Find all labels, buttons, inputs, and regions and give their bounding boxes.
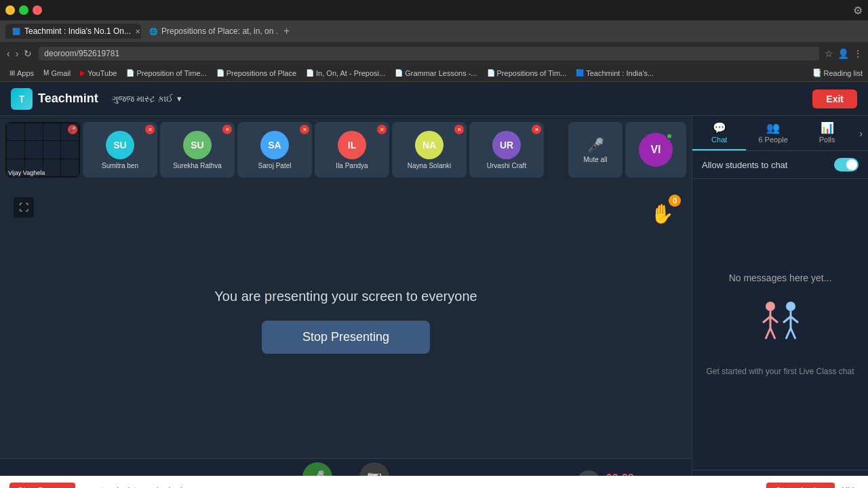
bookmark-gmail[interactable]: M Gmail <box>39 68 75 79</box>
bookmark-prep-tim2[interactable]: 📄 Prepositions of Tim... <box>483 68 571 79</box>
apps-grid-icon: ⊞ <box>9 69 15 77</box>
presenting-screen: ⛶ You are presenting your screen to ever… <box>0 184 692 458</box>
participant-card-ila[interactable]: IL Ila Pandya ✕ <box>315 122 389 178</box>
participant-mic-surekha: ✕ <box>222 125 232 134</box>
bookmark-teachmint[interactable]: 🟦 Teachmint : India's... <box>572 68 658 79</box>
participant-name-urvashi: Urvashi Craft <box>487 162 526 169</box>
svg-line-4 <box>766 328 770 339</box>
reading-list-label: Reading list <box>824 69 863 77</box>
bookmark-prep-time-label: Preposition of Time... <box>136 69 206 77</box>
video-area: Vijay Vaghela 🎤 SU Sumitra ben ✕ SU Sure… <box>0 116 692 488</box>
participant-card-surekha[interactable]: SU Surekha Rathva ✕ <box>160 122 235 178</box>
svg-line-8 <box>783 317 791 323</box>
bookmark-in-on-at-label: In, On, At - Preposi... <box>316 69 385 77</box>
sidebar: 💬 Chat 👥 6 People 📊 Polls › Allow studen… <box>692 116 868 488</box>
collapse-sidebar-button[interactable]: › <box>854 123 868 144</box>
participant-name-nayna: Nayna Solanki <box>408 162 451 169</box>
participant-name-ila: Ila Pandya <box>336 162 368 169</box>
logo-area: T Teachmint <box>11 88 98 110</box>
logo-icon: T <box>11 88 33 110</box>
address-input[interactable] <box>39 47 819 60</box>
tab-chat[interactable]: 💬 Chat <box>692 116 746 150</box>
bookmark-youtube[interactable]: ▶ YouTube <box>76 68 121 79</box>
chat-illustration <box>753 294 808 359</box>
exit-button[interactable]: Exit <box>812 89 857 108</box>
vi-initials: VI <box>650 144 660 156</box>
mute-all-icon: 🎤 <box>587 137 604 153</box>
in-on-at-icon: 📄 <box>306 69 314 77</box>
tab-prepositions[interactable]: 🌐 Prepositions of Place: at, in, on ... … <box>142 24 278 39</box>
participant-card-nayna[interactable]: NA Nayna Solanki ✕ <box>392 122 467 178</box>
maximize-btn[interactable] <box>19 5 28 15</box>
participant-card-vijay[interactable]: Vijay Vaghela 🎤 <box>5 122 80 178</box>
tab-polls[interactable]: 📊 Polls <box>800 116 854 150</box>
profile-icon[interactable]: 👤 <box>837 48 849 59</box>
app-container: T Teachmint ગુજ્જ઼ માસ્ટ઼ ક઼ાઈ ▾ Exit <box>0 82 868 488</box>
toggle-knob <box>846 159 857 170</box>
bookmark-prep-time[interactable]: 📄 Preposition of Time... <box>122 68 210 79</box>
screen-share-bar: Stop Prese... www.teachmint.com is shari… <box>0 476 692 488</box>
close-btn[interactable] <box>33 5 42 15</box>
bookmark-apps-label: Apps <box>17 69 34 77</box>
allow-students-label: Allow students to chat <box>702 160 787 170</box>
hand-raise-count: 0 <box>669 195 681 207</box>
forward-button[interactable]: › <box>14 47 20 60</box>
participant-card-saroj[interactable]: SA Saroj Patel ✕ <box>237 122 312 178</box>
allow-students-toggle[interactable] <box>834 158 859 171</box>
svg-line-3 <box>770 317 778 323</box>
prep-tim2-icon: 📄 <box>487 69 495 77</box>
stop-presenting-bar-button[interactable]: Stop Prese... <box>9 483 75 488</box>
participant-mic-sumitra: ✕ <box>145 125 155 134</box>
class-selector[interactable]: ગુજ્જ઼ માસ્ટ઼ ક઼ાઈ ▾ <box>112 94 182 104</box>
grammar-icon: 📄 <box>395 69 403 77</box>
participant-name-vijay: Vijay Vaghela <box>8 169 45 176</box>
reading-list[interactable]: 📑 Reading list <box>812 68 863 77</box>
expand-button[interactable]: ⛶ <box>14 197 34 218</box>
browser-chrome: ⚙ 🟦 Teachmint : India's No.1 On... ✕ 🌐 P… <box>0 0 868 82</box>
refresh-button[interactable]: ↻ <box>22 47 33 60</box>
tab-teachmint[interactable]: 🟦 Teachmint : India's No.1 On... ✕ <box>5 24 141 39</box>
minimize-btn[interactable] <box>5 5 15 15</box>
tab-close-icon[interactable]: ✕ <box>135 28 140 35</box>
menu-icon[interactable]: ⋮ <box>853 48 863 59</box>
svg-line-9 <box>791 317 798 323</box>
new-tab-button[interactable]: + <box>279 24 294 39</box>
svg-line-11 <box>791 328 795 339</box>
presenting-text: You are presenting your screen to everyo… <box>214 289 477 304</box>
participant-mic-urvashi: ✕ <box>532 125 541 134</box>
mute-all-card[interactable]: 🎤 Mute all <box>568 122 623 178</box>
bookmark-apps[interactable]: ⊞ Apps <box>5 68 38 79</box>
online-dot <box>666 133 673 140</box>
reading-list-icon: 📑 <box>812 68 822 77</box>
hand-raise-indicator[interactable]: ✋ 0 <box>646 197 678 230</box>
title-bar: ⚙ <box>0 0 868 20</box>
prep-place-icon: 📄 <box>216 69 224 77</box>
bookmark-grammar[interactable]: 📄 Grammar Lessons -... <box>391 68 481 79</box>
back-button[interactable]: ‹ <box>5 47 12 60</box>
tab-favicon: 🟦 <box>12 28 20 35</box>
participant-card-sumitra[interactable]: SU Sumitra ben ✕ <box>83 122 157 178</box>
avatar-urvashi: UR <box>492 131 521 159</box>
bookmarks-bar: ⊞ Apps M Gmail ▶ YouTube 📄 Preposition o… <box>0 64 868 82</box>
bookmark-in-on-at[interactable]: 📄 In, On, At - Preposi... <box>302 68 389 79</box>
sidebar-tabs: 💬 Chat 👥 6 People 📊 Polls › <box>692 116 868 151</box>
participant-mic-nayna: ✕ <box>454 125 464 134</box>
chat-hint-text: Get started with your first Live Class c… <box>706 367 854 376</box>
logo-text: Teachmint <box>38 92 98 106</box>
bookmark-star-icon[interactable]: ☆ <box>825 48 833 59</box>
people-tab-label: 6 People <box>758 136 787 144</box>
stop-presenting-button[interactable]: Stop Presenting <box>262 321 430 354</box>
svg-point-0 <box>766 302 775 311</box>
participant-name-surekha: Surekha Rathva <box>173 162 222 169</box>
chat-icon: 💬 <box>713 121 726 134</box>
people-icon: 👥 <box>766 121 780 134</box>
participant-card-vi[interactable]: VI <box>625 122 686 178</box>
polls-tab-label: Polls <box>819 136 835 144</box>
participant-card-urvashi[interactable]: UR Urvashi Craft ✕ <box>469 122 544 178</box>
tab-bar: 🟦 Teachmint : India's No.1 On... ✕ 🌐 Pre… <box>0 20 868 42</box>
address-row: ‹ › ↻ ☆ 👤 ⋮ <box>0 42 868 64</box>
settings-icon[interactable]: ⚙ <box>853 4 863 17</box>
participant-name-sumitra: Sumitra ben <box>102 162 138 169</box>
bookmark-prep-place[interactable]: 📄 Prepositions of Place <box>212 68 300 79</box>
tab-people[interactable]: 👥 6 People <box>746 116 800 150</box>
